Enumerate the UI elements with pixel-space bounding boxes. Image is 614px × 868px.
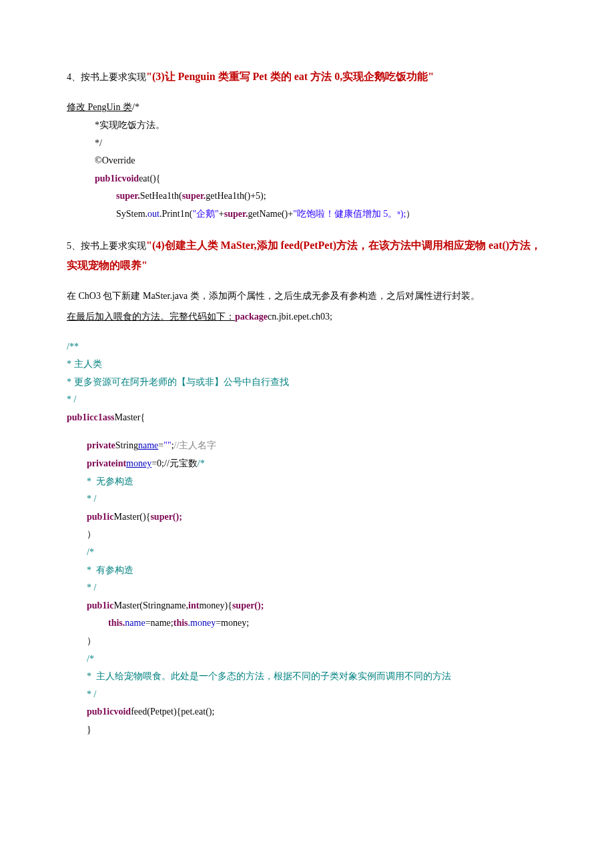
code-line: /* xyxy=(87,544,547,562)
code-line: * / xyxy=(87,490,547,508)
code-line: * 主人给宠物喂食。此处是一个多态的方法，根据不同的子类对象实例而调用不同的方法 xyxy=(87,668,547,686)
code-line: pub1icMaster(Stringname,intmoney){super(… xyxy=(87,597,547,615)
section-4-title: "(3)让 Penguin 类重写 Pet 类的 eat 方法 0,实现企鹅吃饭… xyxy=(146,71,434,82)
code-line: * 无参构造 xyxy=(87,473,547,491)
text-line: 在 ChO3 包下新建 MaSter.java 类，添加两个属性，之后生成无参及… xyxy=(67,288,547,306)
code-line: * 主人类 xyxy=(67,356,547,374)
code-line: privateintmoney=0;//元宝数/* xyxy=(87,455,547,473)
code-line: * / xyxy=(67,391,547,409)
code-line: */ xyxy=(95,135,547,153)
code-line: * / xyxy=(87,579,547,597)
code-line: *实现吃饭方法。 xyxy=(95,117,547,135)
code-line: pub1icc1assMaster{ xyxy=(67,409,547,427)
code-line: ©Override xyxy=(95,152,547,170)
code-line: pub1icMaster(){super(); xyxy=(87,508,547,526)
section-4-prefix: 4、按书上要求实现 xyxy=(67,72,146,82)
section-5-prefix: 5、按书上要求实现 xyxy=(67,241,146,251)
code-line: /* xyxy=(87,650,547,669)
code-line: pub1icvoidfeed(Petpet){pet.eat(); xyxy=(87,703,547,721)
text-line: 在最后加入喂食的方法。完整代码如下：packagecn.jbit.epet.ch… xyxy=(67,308,547,326)
code-line: privateStringname="";//主人名字 xyxy=(87,437,547,455)
code-line: super.SetHea1th(super.getHea1th()+5); xyxy=(95,187,547,205)
code-block-1: 修改 PengUin 类/* *实现吃饭方法。 */ ©Override pub… xyxy=(67,99,547,223)
code-line: * / xyxy=(87,686,547,704)
code-block-2: /** * 主人类 * 更多资源可在阿升老师的【与或非】公号中自行查找 * / … xyxy=(67,338,547,739)
code-line: this.name=name;this.money=money; xyxy=(87,614,547,632)
code-line: } xyxy=(87,721,547,739)
paragraph-2: 在 ChO3 包下新建 MaSter.java 类，添加两个属性，之后生成无参及… xyxy=(67,288,547,326)
code-line: 修改 PengUin 类/* xyxy=(67,99,547,117)
code-line: SyStem.out.Print1n("企鹅"+super.getName()+… xyxy=(95,205,547,224)
code-line: ） xyxy=(87,526,547,544)
code-line: pub1icvoideat(){ xyxy=(95,170,547,188)
code-line: /** xyxy=(67,338,547,356)
section-5-heading: 5、按书上要求实现"(4)创建主人类 MaSter,添加 feed(PetPet… xyxy=(67,236,547,276)
section-4-heading: 4、按书上要求实现"(3)让 Penguin 类重写 Pet 类的 eat 方法… xyxy=(67,67,547,87)
code-line: * 有参构造 xyxy=(87,562,547,580)
code-line: ） xyxy=(87,632,547,650)
code-line: * 更多资源可在阿升老师的【与或非】公号中自行查找 xyxy=(67,374,547,392)
